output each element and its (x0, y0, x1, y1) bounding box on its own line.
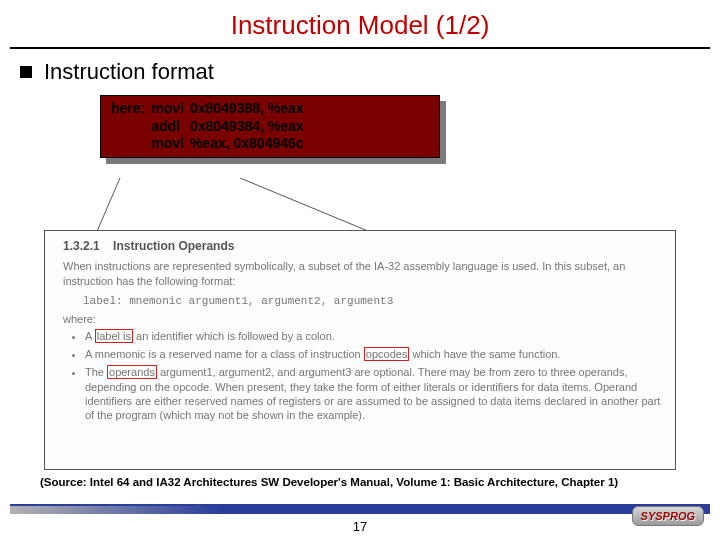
bullet-row: Instruction format (20, 59, 720, 85)
excerpt-heading: 1.3.2.1 Instruction Operands (63, 239, 663, 253)
excerpt-where: where: (63, 313, 663, 325)
list-item: The operands argument1, argument2, and a… (85, 365, 663, 422)
bullet-text: Instruction format (44, 59, 214, 85)
heading-text: Instruction Operands (113, 239, 234, 253)
page-number: 17 (0, 519, 720, 534)
highlight-box: operands (107, 365, 157, 379)
slide-title: Instruction Model (1/2) (0, 0, 720, 47)
code-row: addl 0x8049384, %eax (111, 118, 310, 136)
highlight-box: opcodes (364, 347, 410, 361)
code-args: 0x8049384, %eax (190, 118, 310, 136)
code-args: %eax, 0x804946c (190, 135, 310, 153)
code-mnemonic: addl (151, 118, 190, 136)
code-row: here: movl 0x8049388, %eax (111, 100, 310, 118)
excerpt-list: A label is an identifier which is follow… (85, 329, 663, 423)
list-item: A label is an identifier which is follow… (85, 329, 663, 343)
excerpt-format: label: mnemonic argument1, argument2, ar… (83, 295, 663, 307)
code-table: here: movl 0x8049388, %eax addl 0x804938… (111, 100, 310, 153)
excerpt-para: When instructions are represented symbol… (63, 259, 663, 289)
manual-excerpt: 1.3.2.1 Instruction Operands When instru… (44, 230, 676, 470)
sysprog-logo: SYSPROG (632, 506, 704, 526)
code-row: movl %eax, 0x804946c (111, 135, 310, 153)
heading-number: 1.3.2.1 (63, 239, 100, 253)
source-citation: (Source: Intel 64 and IA32 Architectures… (40, 476, 618, 488)
highlight-box: label is (95, 329, 133, 343)
code-args: 0x8049388, %eax (190, 100, 310, 118)
code-mnemonic: movl (151, 135, 190, 153)
code-mnemonic: movl (151, 100, 190, 118)
footer-bar (10, 506, 710, 514)
title-underline (10, 47, 710, 49)
code-box: here: movl 0x8049388, %eax addl 0x804938… (100, 95, 440, 158)
slide: Instruction Model (1/2) Instruction form… (0, 0, 720, 540)
bullet-icon (20, 66, 32, 78)
code-label: here: (111, 100, 151, 118)
list-item: A mnemonic is a reserved name for a clas… (85, 347, 663, 361)
code-callout: here: movl 0x8049388, %eax addl 0x804938… (100, 95, 440, 158)
